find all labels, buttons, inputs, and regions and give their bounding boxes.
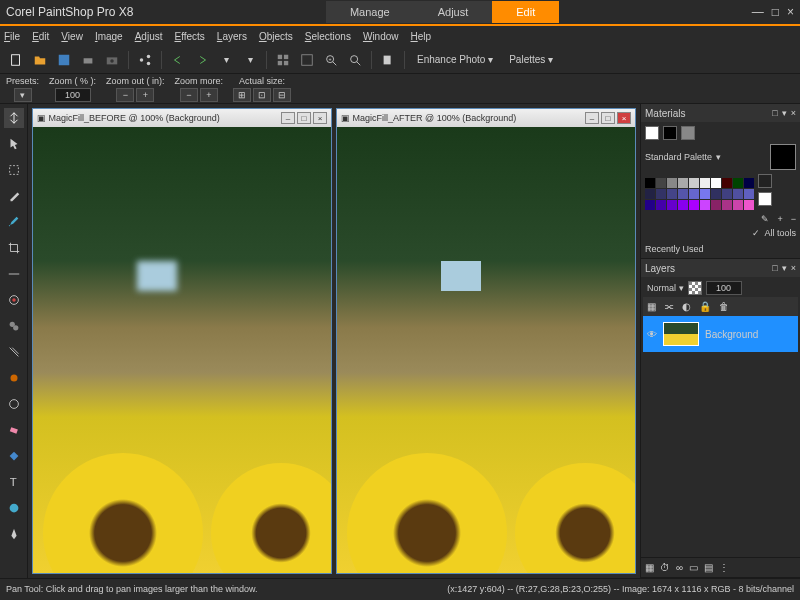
palette-swatch[interactable]	[645, 200, 655, 210]
straighten-tool-icon[interactable]	[4, 264, 24, 284]
palette-swatch[interactable]	[744, 200, 754, 210]
pen-tool-icon[interactable]	[4, 524, 24, 544]
enhance-dropdown[interactable]: Enhance Photo ▾	[411, 54, 499, 65]
palette-swatch[interactable]	[744, 178, 754, 188]
menu-effects[interactable]: Effects	[174, 31, 204, 42]
layer-lock-icon[interactable]: 🔒	[699, 301, 711, 312]
scratch-tool-icon[interactable]	[4, 342, 24, 362]
erase-tool-icon[interactable]	[4, 420, 24, 440]
menu-help[interactable]: Help	[411, 31, 432, 42]
zoomout-icon[interactable]	[345, 50, 365, 70]
palette-swatch[interactable]	[689, 178, 699, 188]
palette-swatch[interactable]	[711, 200, 721, 210]
palette-swatch[interactable]	[678, 178, 688, 188]
fit-button[interactable]: ⊡	[253, 88, 271, 102]
nav-icon[interactable]: ▦	[645, 562, 654, 573]
palette-swatch[interactable]	[722, 178, 732, 188]
undo-icon[interactable]	[168, 50, 188, 70]
prop-swatch-1[interactable]	[758, 174, 772, 188]
bg-swatch-icon[interactable]	[681, 126, 695, 140]
doc-close-icon[interactable]: ×	[617, 112, 631, 124]
doc-max-icon[interactable]: □	[601, 112, 615, 124]
palette-swatch[interactable]	[722, 189, 732, 199]
tab-manage[interactable]: Manage	[326, 1, 414, 23]
hist-icon[interactable]: ⏱	[660, 562, 670, 573]
palette-swatch[interactable]	[722, 200, 732, 210]
palette-swatch[interactable]	[645, 178, 655, 188]
select-tool-icon[interactable]	[4, 160, 24, 180]
foreground-swatch[interactable]	[770, 144, 796, 170]
zoommore-out-button[interactable]: −	[180, 88, 198, 102]
palette-swatch[interactable]	[656, 200, 666, 210]
paint-tool-icon[interactable]	[4, 368, 24, 388]
panel-undock-icon[interactable]: □	[772, 108, 777, 118]
document-before[interactable]: ▣ MagicFill_BEFORE @ 100% (Background) –…	[32, 108, 332, 574]
palette-swatch[interactable]	[689, 189, 699, 199]
pan-tool-icon[interactable]	[4, 108, 24, 128]
palette-swatch[interactable]	[645, 189, 655, 199]
text-tool-icon[interactable]: T	[4, 472, 24, 492]
layer-background[interactable]: 👁 Background	[643, 316, 798, 352]
layer-new-icon[interactable]: ▦	[647, 301, 656, 312]
menu-file[interactable]: File	[4, 31, 20, 42]
panel-min-icon[interactable]: ▾	[782, 263, 787, 273]
layer-vis-icon[interactable]: 👁	[647, 329, 657, 340]
minimize-icon[interactable]: —	[752, 5, 764, 19]
zoommore-in-button[interactable]: +	[200, 88, 218, 102]
menu-window[interactable]: Window	[363, 31, 399, 42]
remove-icon[interactable]: −	[791, 214, 796, 224]
new-icon[interactable]	[6, 50, 26, 70]
org-icon[interactable]: ▭	[689, 562, 698, 573]
palette-swatch[interactable]	[733, 189, 743, 199]
palette-swatch[interactable]	[700, 178, 710, 188]
palette-swatch[interactable]	[667, 178, 677, 188]
opacity-input[interactable]	[706, 281, 742, 295]
redeye-tool-icon[interactable]	[4, 290, 24, 310]
layer-link-icon[interactable]: ⫘	[664, 301, 674, 312]
palette-swatch[interactable]	[667, 189, 677, 199]
menu-view[interactable]: View	[61, 31, 83, 42]
actual-button[interactable]: ⊞	[233, 88, 251, 102]
palette-swatch[interactable]	[733, 200, 743, 210]
shape-tool-icon[interactable]	[4, 498, 24, 518]
palette-swatch[interactable]	[689, 200, 699, 210]
menu-layers[interactable]: Layers	[217, 31, 247, 42]
menu-selections[interactable]: Selections	[305, 31, 351, 42]
doc-min-icon[interactable]: –	[281, 112, 295, 124]
alltools-check[interactable]: ✓	[752, 228, 760, 238]
menu-edit[interactable]: Edit	[32, 31, 49, 42]
crop-tool-icon[interactable]	[4, 238, 24, 258]
panel-close-icon[interactable]: ×	[791, 108, 796, 118]
prop-swatch-2[interactable]	[758, 192, 772, 206]
print-icon[interactable]	[78, 50, 98, 70]
share-icon[interactable]	[135, 50, 155, 70]
grid2-icon[interactable]	[297, 50, 317, 70]
zoomin-button[interactable]: +	[136, 88, 154, 102]
palette-swatch[interactable]	[656, 189, 666, 199]
palette-swatch[interactable]	[744, 189, 754, 199]
tab-adjust[interactable]: Adjust	[414, 1, 493, 23]
redo-icon[interactable]	[192, 50, 212, 70]
copy-icon[interactable]	[378, 50, 398, 70]
layer-mask-icon[interactable]: ◐	[682, 301, 691, 312]
camera-icon[interactable]	[102, 50, 122, 70]
clone-tool-icon[interactable]	[4, 316, 24, 336]
lighten-tool-icon[interactable]	[4, 394, 24, 414]
presets-button[interactable]: ▾	[14, 88, 32, 102]
doc-max-icon[interactable]: □	[297, 112, 311, 124]
menu-image[interactable]: Image	[95, 31, 123, 42]
palette-swatch[interactable]	[733, 178, 743, 188]
dropper-tool-icon[interactable]	[4, 186, 24, 206]
panel-min-icon[interactable]: ▾	[782, 108, 787, 118]
document-after[interactable]: ▣ MagicFill_AFTER @ 100% (Background) – …	[336, 108, 636, 574]
palette-swatch[interactable]	[711, 189, 721, 199]
learn-icon[interactable]: ▤	[704, 562, 713, 573]
menu-objects[interactable]: Objects	[259, 31, 293, 42]
fit2-button[interactable]: ⊟	[273, 88, 291, 102]
zoomout-button[interactable]: −	[116, 88, 134, 102]
palettes-dropdown[interactable]: Palettes ▾	[503, 54, 559, 65]
panel-close-icon[interactable]: ×	[791, 263, 796, 273]
blend-mode-dropdown[interactable]: Normal ▾	[647, 283, 684, 293]
more-icon[interactable]: ⋮	[719, 562, 729, 573]
palette-drop-icon[interactable]: ▾	[716, 152, 721, 162]
